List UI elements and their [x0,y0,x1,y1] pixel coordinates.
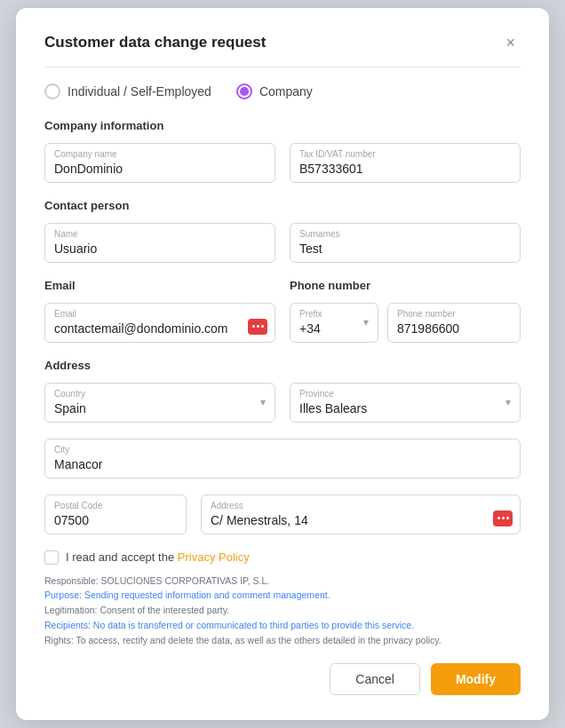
modal-title: Customer data change request [44,34,266,51]
radio-company[interactable]: Company [236,83,313,99]
postal-field: Postal Code [44,495,187,534]
purpose-text: Purpose: Sending requested information a… [44,588,521,603]
modal-header: Customer data change request × [44,33,521,52]
privacy-checkbox-label: I read and accept the Privacy Policy [66,550,250,564]
name-input[interactable] [54,241,266,256]
privacy-checkbox[interactable] [44,550,59,565]
email-dots-icon[interactable] [248,319,267,335]
legal-text-block: Responsible: SOLUCIONES CORPORATIVAS IP,… [44,574,521,648]
modal-container: Customer data change request × Individua… [16,8,549,721]
name-field: Name [44,223,275,263]
prefix-field: Prefix +34 ▾ [290,303,378,343]
legitimation-text: Legitimation: Consent of the interested … [44,603,521,618]
dots [252,325,264,328]
prefix-label: Prefix [299,309,369,319]
address-section-title: Address [44,359,521,372]
email-input[interactable] [54,321,243,336]
contact-section-title: Contact person [44,199,521,212]
header-divider [44,67,521,67]
name-wrapper: Name [44,223,275,263]
prefix-phone-row: Prefix +34 ▾ Phone number [290,303,521,343]
country-label: Country [54,389,266,399]
phone-number-field: Phone number [387,303,521,343]
surnames-wrapper: Surnames [290,223,521,263]
address-field: Address [201,495,521,534]
company-name-label: Company name [54,149,266,159]
prefix-select[interactable]: +34 [299,321,369,336]
company-info-row: Company name Tax ID/VAT number [44,143,521,183]
postal-input[interactable] [54,513,177,527]
contact-section: Contact person Name Surnames [44,199,521,263]
footer-buttons: Cancel Modify [44,663,521,695]
radio-individual-circle [44,83,60,99]
surnames-label: Surnames [299,229,511,239]
phone-section-title: Phone number [290,279,521,292]
postal-address-row: Postal Code Address [44,495,521,534]
company-name-field: Company name [44,143,275,183]
modify-button[interactable]: Modify [431,663,521,695]
tax-id-label: Tax ID/VAT number [299,149,511,159]
country-province-row: Country Spain ▾ Province Illes Balears ▾ [44,383,521,423]
company-section: Company information Company name Tax ID/… [44,119,521,183]
postal-label: Postal Code [54,501,177,510]
city-label: City [54,445,511,455]
radio-company-label: Company [259,84,313,99]
phone-section: Phone number Prefix +34 ▾ Phone number [290,279,521,343]
province-select[interactable]: Illes Balears [299,401,511,415]
privacy-checkbox-row: I read and accept the Privacy Policy [44,550,521,565]
country-select[interactable]: Spain [54,401,266,415]
phone-number-label: Phone number [397,309,511,319]
phone-number-input[interactable] [397,321,511,336]
radio-individual-label: Individual / Self-Employed [68,84,211,99]
surnames-field: Surnames [290,223,521,263]
country-wrapper: Country Spain ▾ [44,383,275,423]
country-field: Country Spain ▾ [44,383,275,423]
privacy-policy-link[interactable]: Privacy Policy [178,550,250,564]
city-row: City [44,439,521,479]
cancel-button[interactable]: Cancel [330,663,420,695]
address-wrapper: Address [201,495,521,534]
account-type-radio-group: Individual / Self-Employed Company [44,83,521,99]
postal-wrapper: Postal Code [44,495,187,534]
email-wrapper: Email [44,303,275,343]
email-phone-row: Email Email Phone number Prefix +34 [44,279,521,343]
address-dots-icon[interactable] [493,510,513,526]
address-label: Address [211,501,488,510]
company-name-input[interactable] [54,162,266,176]
radio-company-circle [236,83,252,99]
dots [497,517,509,519]
name-label: Name [54,229,266,239]
rights-text: Rights: To access, rectify and delete th… [44,633,521,648]
email-section-title: Email [44,279,275,292]
recipients-text: Recipients: No data is transferred or co… [44,618,521,633]
address-section: Address Country Spain ▾ Province Illes B… [44,359,521,534]
privacy-section: I read and accept the Privacy Policy Res… [44,550,521,648]
province-wrapper: Province Illes Balears ▾ [290,383,521,423]
tax-id-wrapper: Tax ID/VAT number [290,143,521,183]
tax-id-field: Tax ID/VAT number [290,143,521,183]
responsible-text: Responsible: SOLUCIONES CORPORATIVAS IP,… [44,574,521,589]
prefix-wrapper: Prefix +34 ▾ [290,303,378,343]
city-input[interactable] [54,457,511,471]
city-field: City [44,439,521,479]
phone-wrapper: Phone number [387,303,521,343]
province-field: Province Illes Balears ▾ [290,383,521,423]
surnames-input[interactable] [299,241,511,256]
address-input[interactable] [211,513,488,527]
contact-info-row: Name Surnames [44,223,521,263]
email-section: Email Email [44,279,275,343]
company-section-title: Company information [44,119,521,132]
city-wrapper: City [44,439,521,479]
radio-individual[interactable]: Individual / Self-Employed [44,83,211,99]
province-label: Province [299,389,511,399]
email-label: Email [54,309,243,319]
company-name-wrapper: Company name [44,143,275,183]
tax-id-input[interactable] [299,162,511,176]
close-button[interactable]: × [500,33,521,52]
